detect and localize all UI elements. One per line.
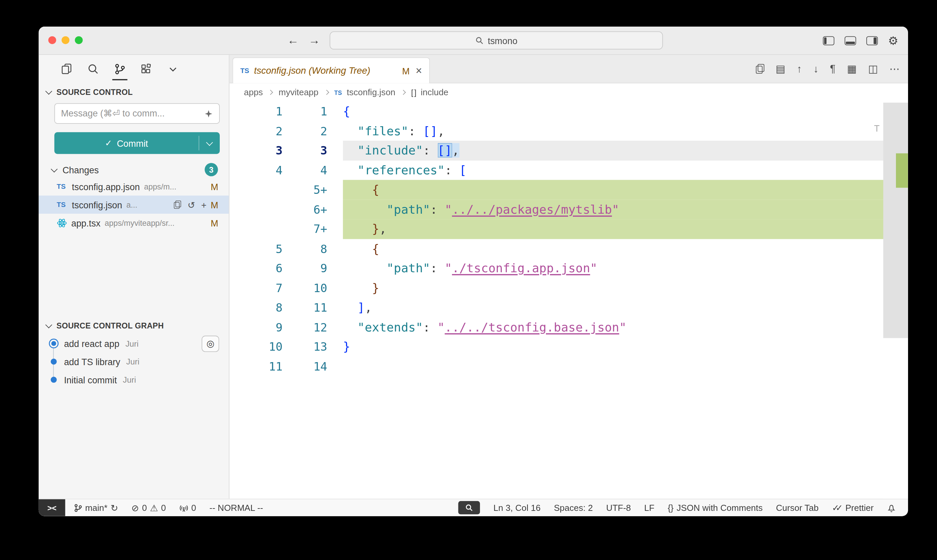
- new-line-number: 9: [282, 258, 327, 278]
- additional-views-chevron-icon[interactable]: [166, 59, 179, 78]
- react-icon: [57, 218, 67, 228]
- commit-dot-icon: [48, 359, 59, 365]
- file-name: app.tsx: [71, 218, 101, 228]
- code-line[interactable]: 9 12 "extends": "../../tsconfig.base.jso…: [229, 317, 908, 337]
- command-center-search[interactable]: tsmono: [329, 31, 663, 49]
- cursor-position-status[interactable]: Ln 3, Col 16: [493, 503, 540, 512]
- old-line-number: 6: [229, 258, 283, 278]
- toggle-secondary-sidebar-icon[interactable]: [866, 36, 878, 45]
- forward-icon[interactable]: →: [309, 34, 320, 47]
- vim-mode-indicator[interactable]: -- NORMAL --: [209, 503, 263, 512]
- minimize-window-button[interactable]: [62, 36, 69, 44]
- code-line[interactable]: 4 4 "references": [: [229, 160, 908, 180]
- code-line[interactable]: 5 8 {: [229, 238, 908, 258]
- open-changes-icon[interactable]: [755, 64, 764, 74]
- tab-tsconfig-working-tree[interactable]: TS tsconfig.json (Working Tree) M ×: [232, 57, 430, 83]
- eol-status[interactable]: LF: [644, 503, 654, 512]
- scrollbar-thumb[interactable]: [883, 103, 908, 338]
- problems-status[interactable]: ⊘ 0 ⚠ 0: [131, 503, 166, 512]
- code-line[interactable]: 7+ },: [229, 219, 908, 238]
- titlebar: ← → tsmono ⚙: [39, 26, 908, 55]
- code-editor[interactable]: 1 1 { 2 2 "files": [], 3 3 "include": []…: [229, 101, 908, 498]
- breadcrumb-apps[interactable]: apps: [244, 88, 263, 97]
- back-icon[interactable]: ←: [288, 34, 299, 47]
- close-window-button[interactable]: [48, 36, 56, 44]
- ports-status[interactable]: 0: [179, 503, 196, 512]
- stage-icon[interactable]: +: [201, 200, 207, 209]
- close-tab-icon[interactable]: ×: [415, 65, 422, 76]
- commit-button[interactable]: ✓ Commit: [54, 132, 198, 154]
- search-view-icon[interactable]: [87, 59, 100, 78]
- open-file-icon[interactable]: [174, 201, 181, 209]
- explorer-icon[interactable]: [60, 59, 73, 78]
- new-line-number: 8: [282, 238, 327, 258]
- code-line[interactable]: 6 9 "path": "./tsconfig.app.json": [229, 258, 908, 278]
- toggle-panel-icon[interactable]: [845, 36, 856, 45]
- breadcrumb-myviteapp[interactable]: myviteapp: [278, 88, 319, 97]
- radio-tower-icon: [179, 503, 188, 512]
- status-left: main* ↻ ⊘ 0 ⚠ 0 0 -- NORMAL --: [74, 503, 263, 512]
- split-editor-icon[interactable]: ◫: [868, 64, 878, 74]
- branch-status[interactable]: main* ↻: [74, 503, 118, 512]
- code-text: "files": [],: [343, 121, 908, 141]
- toggle-primary-sidebar-icon[interactable]: [823, 36, 834, 45]
- code-text: "extends": "../../tsconfig.base.json": [343, 317, 908, 337]
- old-line-number: 5: [229, 238, 283, 258]
- source-control-view-icon[interactable]: [114, 59, 126, 78]
- code-line[interactable]: 10 13 }: [229, 337, 908, 356]
- commit-dropdown-button[interactable]: [199, 132, 220, 154]
- code-line[interactable]: 6+ "path": "../../packages/mytslib": [229, 200, 908, 219]
- code-line[interactable]: 3 3 "include": [],: [229, 141, 908, 160]
- cursor-tab-status[interactable]: Cursor Tab: [776, 503, 819, 512]
- commit-row[interactable]: add react app Juri ◎: [39, 334, 229, 353]
- old-line-number: [229, 200, 283, 219]
- code-line[interactable]: 2 2 "files": [],: [229, 121, 908, 141]
- file-row[interactable]: TS app.tsx apps/myviteapp/sr... M: [39, 214, 229, 232]
- scrollbar-track[interactable]: [883, 101, 908, 498]
- language-mode-status[interactable]: {} JSON with Comments: [668, 503, 763, 512]
- editor-toolbar: ▤↑↓¶▦◫⋯: [755, 55, 900, 83]
- code-line[interactable]: 7 10 }: [229, 278, 908, 297]
- source-control-graph-header[interactable]: SOURCE CONTROL GRAPH: [39, 316, 229, 334]
- discard-icon[interactable]: ↺: [188, 200, 195, 209]
- formatter-status[interactable]: ✓✓ Prettier: [832, 503, 874, 512]
- remote-indicator[interactable]: ><: [39, 499, 65, 516]
- indentation-status[interactable]: Spaces: 2: [554, 503, 593, 512]
- pilcrow-icon[interactable]: ¶: [830, 64, 835, 74]
- zoom-status-badge[interactable]: [458, 501, 480, 514]
- activity-bar: [39, 55, 229, 83]
- commit-row[interactable]: Initial commit Juri: [39, 371, 229, 389]
- sync-changes-icon[interactable]: ↻: [111, 503, 118, 512]
- extensions-view-icon[interactable]: [140, 59, 153, 78]
- new-line-number: 14: [282, 356, 327, 376]
- breadcrumb-include[interactable]: include: [421, 88, 448, 97]
- more-icon[interactable]: ⋯: [889, 64, 899, 74]
- file-row[interactable]: TS tsconfig.json a... ↺+ M: [39, 195, 229, 214]
- zoom-window-button[interactable]: [75, 36, 83, 44]
- code-text: "references": [: [343, 160, 908, 180]
- notebook-icon[interactable]: ▤: [775, 64, 785, 74]
- changes-section-row[interactable]: Changes 3: [39, 162, 229, 178]
- double-check-icon: ✓✓: [832, 503, 839, 512]
- map-icon[interactable]: ▦: [847, 64, 857, 74]
- encoding-status[interactable]: UTF-8: [606, 503, 631, 512]
- generate-commit-message-sparkle-icon[interactable]: [204, 109, 213, 118]
- breadcrumb-tsconfig[interactable]: tsconfig.json: [347, 88, 395, 97]
- file-path: apps/m...: [144, 182, 202, 191]
- source-control-header[interactable]: SOURCE CONTROL: [39, 83, 229, 101]
- nav-down-icon[interactable]: ↓: [814, 64, 819, 74]
- goto-commit-button[interactable]: ◎: [202, 335, 219, 351]
- changes-label: Changes: [63, 165, 99, 175]
- code-line[interactable]: 11 14: [229, 356, 908, 376]
- settings-gear-icon[interactable]: ⚙: [888, 35, 899, 46]
- file-row[interactable]: TS tsconfig.app.json apps/m... M: [39, 177, 229, 195]
- code-line[interactable]: 1 1 {: [229, 101, 908, 121]
- main-area: SOURCE CONTROL Message (⌘⏎ to comm... ✓ …: [39, 55, 908, 498]
- code-text: }: [343, 278, 908, 297]
- nav-up-icon[interactable]: ↑: [797, 64, 802, 74]
- commit-message-input[interactable]: Message (⌘⏎ to comm...: [54, 103, 220, 124]
- code-line[interactable]: 8 11 ],: [229, 297, 908, 317]
- commit-row[interactable]: add TS library Juri: [39, 353, 229, 371]
- notifications-bell-icon[interactable]: [887, 503, 896, 512]
- code-line[interactable]: 5+ {: [229, 180, 908, 200]
